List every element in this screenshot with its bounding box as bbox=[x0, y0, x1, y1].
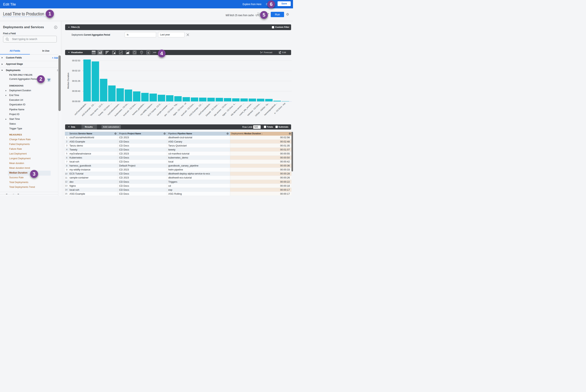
svg-text:ASG Example - CD ...: ASG Example - CD ... bbox=[81, 102, 96, 117]
svg-text:dev - CD Docs - Trig...: dev - CD Docs - Trig... bbox=[164, 102, 178, 117]
svg-text:Kubernetes - CD Do...: Kubernetes - CD Do... bbox=[114, 102, 129, 117]
svg-text:GitOps - GitOps - Sy...: GitOps - GitOps - Sy... bbox=[255, 102, 269, 117]
svg-text:k8s service - CD Do...: k8s service - CD Do... bbox=[214, 102, 228, 116]
svg-text:00:02:10: 00:02:10 bbox=[72, 70, 80, 72]
svg-text:00:01:26: 00:01:26 bbox=[72, 80, 80, 82]
svg-text:ECS Tutorial - CD D...: ECS Tutorial - CD D... bbox=[147, 102, 162, 117]
svg-text:Tweety - CD Docs - ...: Tweety - CD Docs - ... bbox=[98, 102, 112, 117]
svg-text:00:00:00: 00:00:00 bbox=[72, 100, 80, 102]
svg-text:ASG Example - CD ...: ASG Example - CD ... bbox=[189, 102, 203, 117]
svg-text:00:00:43: 00:00:43 bbox=[72, 90, 80, 92]
svg-text:Deepak - CD Docs -...: Deepak - CD Docs -... bbox=[205, 102, 220, 117]
svg-text:00:02:53: 00:02:53 bbox=[72, 60, 80, 62]
svg-text:6: 6 bbox=[147, 51, 149, 54]
svg-text:Median Duration: Median Duration bbox=[67, 73, 69, 89]
